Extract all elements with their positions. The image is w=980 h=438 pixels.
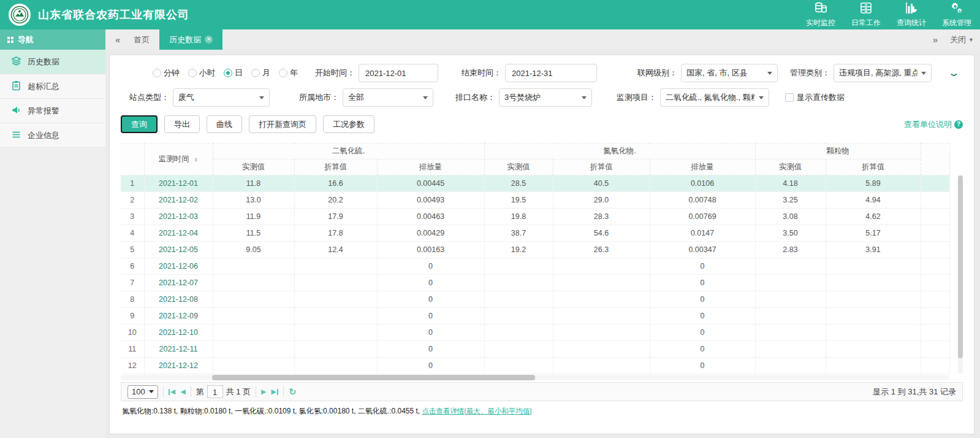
curve-button[interactable]: 曲线 [207, 115, 242, 133]
sidebar-item-label: 超标汇总 [28, 81, 59, 92]
tabs-scroll-left-icon[interactable]: « [112, 34, 124, 45]
first-page-button[interactable]: ◀ [169, 388, 175, 396]
row-index: 12 [121, 358, 144, 374]
period-radio-month[interactable]: 月 [251, 67, 270, 79]
condition-params-button[interactable]: 工况参数 [323, 115, 374, 133]
table-body: 1 2021-12-01 11.8 16.6 0.00445 28.5 40.5… [121, 175, 949, 374]
period-radio-minute[interactable]: 分钟 [153, 67, 180, 79]
chevron-down-icon: ▼ [968, 37, 974, 43]
nox-converted-cell: 26.3 [553, 242, 650, 258]
sidebar-item-abnormal-alarm[interactable]: 异常报警 [0, 99, 105, 123]
filter-row-2: 站点类型： 废气 所属地市： 全部 排口名称： 3号焚烧炉 监测项目： 二氧化硫… [121, 88, 963, 107]
nox-converted-cell [553, 258, 650, 275]
tabs-scroll-right-icon[interactable]: » [929, 34, 941, 45]
radio-label: 小时 [199, 67, 215, 79]
company-logo-icon [9, 4, 31, 26]
cutoff-cell [921, 308, 949, 325]
collapse-filters-icon[interactable]: ⌄ [948, 67, 960, 79]
direct-data-checkbox[interactable]: 显示直传数据 [785, 92, 845, 103]
nox-converted-cell: 29.0 [553, 192, 650, 209]
start-date-input[interactable]: 2021-12-01 [359, 64, 438, 82]
monitor-date-cell: 2021-12-04 [144, 225, 213, 242]
nox-emission-cell: 0 [650, 358, 755, 374]
network-level-select[interactable]: 国家, 省, 市, 区县 [681, 64, 778, 82]
table-row[interactable]: 3 2021-12-03 11.9 17.9 0.00463 19.8 28.3… [121, 209, 949, 225]
row-index: 9 [121, 308, 144, 325]
page-number-input[interactable]: 1 [207, 385, 223, 398]
sidebar-item-company-info[interactable]: 企业信息 [0, 123, 105, 148]
clipboard-icon [11, 80, 21, 93]
vertical-scrollbar[interactable] [958, 175, 963, 374]
cutoff-cell [921, 275, 949, 291]
sidebar: 导航 历史数据 超标汇总 [0, 29, 105, 438]
radio-label: 月 [262, 67, 270, 79]
refresh-icon[interactable]: ↻ [289, 386, 297, 398]
page-label-suffix: 共 1 页 [226, 386, 251, 398]
table-row[interactable]: 10 2021-12-10 0 0 [121, 325, 949, 341]
tab-home[interactable]: 首页 [124, 29, 159, 50]
radio-icon [224, 69, 232, 77]
city-select[interactable]: 全部 [343, 88, 433, 107]
site-type-select[interactable]: 废气 [173, 88, 270, 107]
close-menu[interactable]: 关闭 ▼ [950, 34, 974, 45]
nav-daily-work[interactable]: 日常工作 [851, 1, 881, 28]
table-row[interactable]: 1 2021-12-01 11.8 16.6 0.00445 28.5 40.5… [121, 175, 949, 192]
monitor-time-header[interactable]: 监测时间 ▲▼ [144, 144, 213, 175]
table-row[interactable]: 12 2021-12-12 0 0 [121, 358, 949, 374]
row-index: 3 [121, 209, 144, 225]
so2-real-cell [213, 341, 294, 358]
period-radio-day[interactable]: 日 [224, 67, 243, 79]
so2-emission-cell: 0 [377, 275, 484, 291]
table-row[interactable]: 9 2021-12-09 0 0 [121, 308, 949, 325]
next-page-button[interactable]: ▶ [261, 388, 266, 396]
page-size-select[interactable]: 100 [127, 385, 158, 399]
row-index: 4 [121, 225, 144, 242]
tab-history-data[interactable]: 历史数据 ✕ [159, 29, 222, 50]
bar-chart-icon [904, 1, 919, 17]
view-unit-help-link[interactable]: 查看单位说明 ? [904, 119, 963, 130]
table-row[interactable]: 4 2021-12-04 11.5 17.8 0.00429 38.7 54.6… [121, 225, 949, 242]
nox-real-cell [484, 308, 553, 325]
mgmt-category-select[interactable]: 违规项目, 高架源, 重点排污 [834, 64, 932, 82]
last-page-button[interactable]: ▶ [272, 388, 278, 396]
nav-query-stats[interactable]: 查询统计 [897, 1, 926, 28]
open-new-query-button[interactable]: 打开新查询页 [249, 115, 316, 133]
table-row[interactable]: 11 2021-12-11 0 0 [121, 341, 949, 358]
site-type-label: 站点类型： [129, 92, 169, 103]
close-icon[interactable]: ✕ [205, 36, 213, 44]
subheader: 实测值 [755, 159, 826, 175]
sidebar-item-exceed-summary[interactable]: 超标汇总 [0, 74, 105, 99]
sidebar-item-history-data[interactable]: 历史数据 [0, 50, 105, 74]
pm-converted-cell [826, 275, 921, 291]
end-date-input[interactable]: 2021-12-31 [505, 64, 597, 82]
table-row[interactable]: 5 2021-12-05 9.05 12.4 0.00163 19.2 26.3… [121, 242, 949, 258]
monitor-date-cell: 2021-12-06 [144, 258, 213, 275]
monitor-items-select[interactable]: 二氧化硫., 氮氧化物., 颗粒 [660, 88, 769, 107]
horizontal-scrollbar[interactable] [121, 375, 949, 380]
cutoff-cell [921, 358, 949, 374]
table-row[interactable]: 8 2021-12-08 0 0 [121, 291, 949, 308]
outlet-name-select[interactable]: 3号焚烧炉 [499, 88, 592, 107]
query-button[interactable]: 查询 [121, 115, 158, 133]
prev-page-button[interactable]: ◀ [180, 388, 185, 396]
nav-realtime-monitor[interactable]: 实时监控 [806, 1, 835, 28]
radio-icon [251, 69, 260, 77]
radio-icon [279, 69, 287, 77]
detail-link[interactable]: 点击查看详情[最大、最小和平均值] [422, 407, 532, 415]
chevron-down-icon [423, 96, 428, 99]
so2-converted-cell [294, 325, 377, 341]
cutoff-cell [921, 225, 949, 242]
table-row[interactable]: 7 2021-12-07 0 0 [121, 275, 949, 291]
nav-system-admin[interactable]: 系统管理 [942, 1, 971, 28]
table-row[interactable]: 6 2021-12-06 0 0 [121, 258, 949, 275]
period-radio-year[interactable]: 年 [279, 67, 298, 79]
so2-emission-cell: 0.00163 [377, 242, 484, 258]
monitor-date-cell: 2021-12-03 [144, 209, 213, 225]
totals-footnote: 氮氧化物:0.138 t, 颗粒物:0.0180 t, 一氧化碳.:0.0109… [121, 401, 963, 417]
period-radio-hour[interactable]: 小时 [188, 67, 215, 79]
filter-row-1: 分钟 小时 日 月 年 开始时间： 2021-12-01 结束时间： 2021-… [121, 64, 963, 82]
row-index: 11 [121, 341, 144, 358]
table-row[interactable]: 2 2021-12-02 13.0 20.2 0.00493 19.5 29.0… [121, 192, 949, 209]
export-button[interactable]: 导出 [164, 115, 200, 133]
nox-emission-cell: 0.00347 [650, 242, 755, 258]
